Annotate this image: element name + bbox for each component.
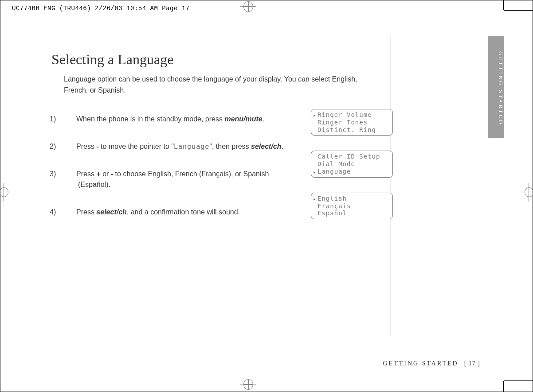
lcd-line: Caller ID Setup [317,153,380,160]
pointer-icon [313,111,317,119]
lcd-line: Distinct. Ring [317,126,376,133]
lcd-line: Español [317,210,347,217]
lcd-line: Français [317,202,351,210]
lcd-word-language: Language [174,143,209,151]
footer-page-number: [ 17 ] [464,360,480,367]
lcd-screen-1: Ringer Volume Ringer Tones Distinct. Rin… [311,109,393,136]
step-number: 4) [64,207,76,217]
key-select-ch: select/ch [96,208,126,216]
step-1: 1)When the phone is in the standby mode,… [64,114,299,124]
print-header: UC774BH ENG (TRU446) 2/26/03 10:54 AM Pa… [12,5,190,12]
lcd-line: English [317,195,347,202]
crop-mark-icon [503,0,504,10]
section-tab: GETTING STARTED [488,36,504,138]
page-footer: GETTING STARTED [ 17 ] [383,360,480,367]
lcd-line: Dial Mode [317,160,355,167]
lcd-screens: Ringer Volume Ringer Tones Distinct. Rin… [311,109,393,234]
registration-mark-icon [0,187,8,197]
step-number: 2) [64,141,76,152]
key-select-ch: select/ch [251,143,281,150]
pointer-icon [313,195,317,202]
registration-mark-icon [243,1,253,12]
step-4: 4)Press select/ch, and a confirmation to… [64,207,299,217]
step-2: 2)Press - to move the pointer to "Langua… [64,141,299,152]
crop-mark-icon [503,381,504,392]
step-number: 3) [64,169,76,179]
page-sheet: UC774BH ENG (TRU446) 2/26/03 10:54 AM Pa… [0,0,533,392]
pointer-icon [313,168,317,175]
lcd-line: Language [317,168,351,175]
page-title: Selecting a Language [51,51,386,68]
registration-mark-icon [525,187,533,197]
lcd-line: Ringer Volume [317,111,372,118]
lcd-line: Ringer Tones [317,119,368,126]
steps-list: 1)When the phone is in the standby mode,… [64,114,299,217]
step-number: 1) [64,114,76,124]
crop-mark-icon [504,380,533,381]
registration-mark-icon [243,379,253,390]
lcd-screen-2: Caller ID Setup Dial Mode Language [311,151,393,177]
lcd-screen-3: English Français Español [311,193,393,219]
key-menu-mute: menu/mute [224,115,262,123]
intro-paragraph: Language option can be used to choose th… [64,74,374,96]
crop-mark-icon [504,10,533,11]
step-3: 3)Press + or - to choose English, French… [64,169,299,190]
plus-key: + [96,170,100,178]
footer-section: GETTING STARTED [383,360,458,367]
